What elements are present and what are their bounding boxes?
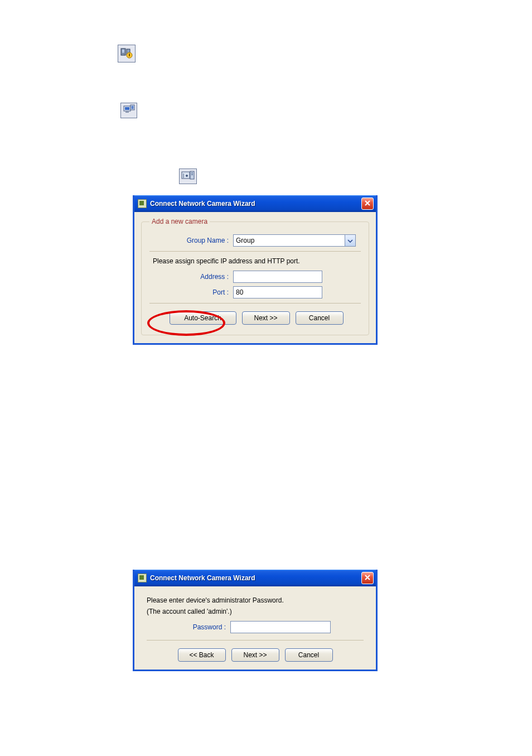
dialog-title: Connect Network Camera Wizard <box>150 200 255 208</box>
svg-rect-1 <box>122 50 124 51</box>
netcam-wizard-icon <box>123 104 135 117</box>
port-input[interactable] <box>233 286 322 298</box>
back-button[interactable]: << Back <box>178 648 226 662</box>
svg-rect-9 <box>125 112 129 113</box>
next-button[interactable]: Next >> <box>242 311 290 325</box>
svg-rect-18 <box>191 174 193 175</box>
fieldset-legend: Add a new camera <box>149 218 210 225</box>
assign-instruction: Please assign specific IP address and HT… <box>153 257 361 265</box>
svg-rect-17 <box>191 172 193 174</box>
svg-rect-5 <box>129 54 130 55</box>
titlebar[interactable]: Connect Network Camera Wizard <box>133 570 378 586</box>
add-camera-button[interactable] <box>179 168 197 184</box>
chevron-down-icon <box>347 237 353 244</box>
close-button[interactable] <box>361 198 374 210</box>
address-label: Address : <box>149 273 233 281</box>
password-label: Password : <box>147 623 230 631</box>
group-name-select[interactable] <box>233 234 356 247</box>
password-input[interactable] <box>230 621 331 633</box>
titlebar[interactable]: Connect Network Camera Wizard <box>133 195 378 212</box>
svg-rect-6 <box>129 55 130 56</box>
svg-rect-11 <box>132 105 134 109</box>
configure-netcam-button[interactable] <box>118 45 136 62</box>
svg-rect-8 <box>125 107 129 110</box>
app-icon <box>138 199 147 208</box>
netcam-wizard-button[interactable] <box>120 103 137 118</box>
app-icon <box>138 574 147 582</box>
connect-camera-wizard-dialog-1: Connect Network Camera Wizard Add a new … <box>133 195 378 345</box>
connect-camera-wizard-dialog-2: Connect Network Camera Wizard Please ent… <box>133 570 378 671</box>
add-camera-fieldset: Add a new camera Group Name : Please ass… <box>141 218 369 335</box>
cancel-button[interactable]: Cancel <box>296 311 344 325</box>
close-icon <box>364 200 371 208</box>
add-camera-icon <box>181 170 195 183</box>
dialog-title: Connect Network Camera Wizard <box>150 574 255 582</box>
password-instruction-2: (The account called 'admin'.) <box>147 608 364 615</box>
close-button[interactable] <box>361 572 374 584</box>
next-button[interactable]: Next >> <box>231 648 279 662</box>
close-icon <box>364 574 371 582</box>
auto-search-button[interactable]: Auto-Search <box>170 311 236 325</box>
port-label: Port : <box>149 288 233 296</box>
svg-rect-2 <box>122 51 124 52</box>
configure-netcam-icon <box>120 47 133 61</box>
password-instruction-1: Please enter device's administrator Pass… <box>147 596 364 604</box>
address-input[interactable] <box>233 271 322 283</box>
group-name-value[interactable] <box>233 234 345 247</box>
group-name-label: Group Name : <box>149 237 233 244</box>
cancel-button[interactable]: Cancel <box>285 648 333 662</box>
group-name-dropdown-button[interactable] <box>345 234 356 247</box>
